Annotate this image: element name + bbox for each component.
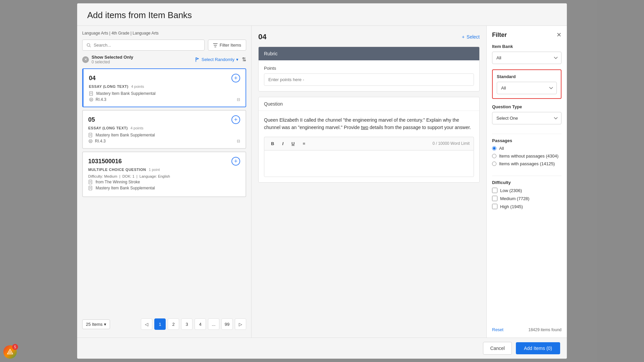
- plus-icon: +: [462, 34, 465, 40]
- standard-select[interactable]: All: [497, 82, 557, 94]
- difficulty-high-checkbox[interactable]: [492, 204, 497, 209]
- sort-button[interactable]: ⇅: [242, 56, 246, 63]
- passages-without-radio[interactable]: [492, 154, 496, 158]
- page-2-button[interactable]: 2: [168, 318, 179, 330]
- document-icon: [88, 180, 93, 184]
- items-list: 04 + ESSAY (LONG TEXT)4 points Mastery I…: [82, 68, 246, 312]
- clear-selected-button[interactable]: ✕: [82, 56, 89, 63]
- document-icon: [88, 186, 93, 190]
- question-type-select[interactable]: Select One: [492, 112, 561, 124]
- item-number: 04: [89, 75, 96, 82]
- item-card[interactable]: 04 + ESSAY (LONG TEXT)4 points Mastery I…: [82, 68, 246, 107]
- search-input[interactable]: [94, 43, 200, 48]
- print-icon[interactable]: ⊟: [237, 139, 240, 143]
- add-item-button[interactable]: +: [231, 157, 240, 166]
- middle-panel: 04 + Select Rubric Points Question: [252, 26, 486, 338]
- text-editor-area[interactable]: [264, 150, 474, 177]
- page-4-button[interactable]: 4: [195, 318, 206, 330]
- question-text: Queen Elizabeth II called the chunnel "t…: [264, 116, 474, 131]
- difficulty-medium-option[interactable]: Medium (7728): [492, 196, 561, 201]
- prev-page-button[interactable]: ◁: [141, 318, 152, 330]
- item-bank-row: Mastery Item Bank Supplemental: [88, 133, 240, 137]
- page-1-button[interactable]: 1: [154, 318, 166, 330]
- per-page-select[interactable]: 25 Items ▾: [82, 319, 110, 329]
- target-icon: [89, 97, 94, 102]
- chevron-down-icon: ▾: [236, 57, 238, 62]
- page-ellipsis: ...: [208, 318, 219, 330]
- passages-filter: Passages All Items without passages (430…: [492, 138, 561, 166]
- svg-point-10: [89, 139, 92, 143]
- add-item-button[interactable]: +: [231, 115, 240, 124]
- show-selected-left: ✕ Show Selected Only 0 selected: [82, 55, 133, 64]
- difficulty-label: Difficulty: [492, 180, 561, 185]
- show-selected-right: Select Randomly ▾ ⇅: [195, 56, 246, 63]
- underline-button[interactable]: U: [289, 140, 297, 147]
- filter-panel: Filter ✕ Item Bank All Standard All: [486, 26, 567, 338]
- item-bank-select[interactable]: All: [492, 52, 561, 64]
- item-card-header: 1031500016 +: [88, 157, 240, 166]
- filter-items-label: Filter Items: [220, 43, 241, 48]
- items-found: 18429 items found: [528, 327, 561, 332]
- left-panel-footer: 25 Items ▾ ◁ 1 2 3 4 ... 99 ▷: [82, 316, 246, 333]
- document-icon: [88, 133, 93, 137]
- cancel-button[interactable]: Cancel: [483, 342, 512, 355]
- item-card[interactable]: 1031500016 + MULTIPLE CHOICE QUESTION1 p…: [82, 152, 246, 197]
- item-bank-row: Mastery Item Bank Supplemental: [88, 186, 240, 190]
- select-randomly-button[interactable]: Select Randomly ▾: [195, 57, 238, 62]
- passages-radio-group: All Items without passages (4304) Items …: [492, 146, 561, 166]
- item-type: ESSAY (LONG TEXT)4 points: [88, 126, 240, 130]
- question-type-filter: Question Type Select One: [492, 104, 561, 124]
- italic-button[interactable]: I: [279, 140, 286, 147]
- question-section: Question Queen Elizabeth II called the c…: [258, 97, 480, 183]
- add-items-button[interactable]: Add Items (0): [516, 342, 560, 354]
- svg-rect-15: [89, 186, 92, 190]
- passages-all-radio[interactable]: [492, 146, 496, 150]
- modal-body: Language Arts | 4th Grade | Language Art…: [77, 26, 567, 338]
- next-page-button[interactable]: ▷: [235, 318, 246, 330]
- item-number: 05: [88, 116, 95, 123]
- page-3-button[interactable]: 3: [181, 318, 193, 330]
- divider: [492, 134, 561, 134]
- question-body: Queen Elizabeth II called the chunnel "t…: [259, 111, 479, 182]
- svg-point-11: [90, 140, 91, 142]
- difficulty-medium-checkbox[interactable]: [492, 196, 497, 201]
- modal-overlay: Add items from Item Banks Language Arts …: [0, 0, 644, 362]
- notification-badge: 5: [12, 344, 18, 350]
- item-bank-filter: Item Bank All: [492, 44, 561, 64]
- difficulty-low-option[interactable]: Low (2306): [492, 188, 561, 193]
- filter-bottom: Reset 18429 items found: [492, 323, 561, 332]
- close-filter-button[interactable]: ✕: [556, 31, 561, 39]
- reset-button[interactable]: Reset: [492, 327, 503, 332]
- item-card[interactable]: 05 + ESSAY (LONG TEXT)4 points Mastery I…: [82, 110, 246, 149]
- filter-items-button[interactable]: Filter Items: [208, 40, 246, 51]
- text-editor-toolbar: B I U ≡ 0 / 10000 Word Limit: [264, 137, 474, 150]
- item-difficulty: Difficulty: Medium | DOK: 1 | Language: …: [88, 174, 240, 178]
- standard-filter: Standard All: [492, 69, 561, 99]
- passages-with-radio[interactable]: [492, 162, 496, 166]
- logo-area: 5: [3, 345, 17, 359]
- list-button[interactable]: ≡: [300, 140, 308, 147]
- page-last-button[interactable]: 99: [221, 318, 233, 330]
- difficulty-low-checkbox[interactable]: [492, 188, 497, 193]
- passages-all-option[interactable]: All: [492, 146, 561, 151]
- divider: [492, 176, 561, 176]
- pagination: ◁ 1 2 3 4 ... 99 ▷: [141, 318, 246, 330]
- add-item-button[interactable]: +: [231, 74, 240, 82]
- points-input[interactable]: [264, 73, 474, 86]
- filter-header: Filter ✕: [492, 31, 561, 39]
- search-box[interactable]: [82, 40, 205, 51]
- print-icon[interactable]: ⊟: [237, 97, 240, 102]
- search-icon: [87, 43, 91, 48]
- filter-title: Filter: [492, 32, 507, 39]
- bold-button[interactable]: B: [268, 140, 277, 147]
- passages-without-option[interactable]: Items without passages (4304): [492, 154, 561, 159]
- difficulty-high-option[interactable]: High (1945): [492, 204, 561, 209]
- modal-footer: Cancel Add Items (0): [77, 338, 567, 359]
- select-label: Select: [467, 34, 480, 40]
- item-bank-row: Mastery Item Bank Supplemental: [89, 91, 240, 96]
- question-header: Question: [259, 97, 479, 111]
- search-filter-row: Filter Items: [82, 40, 246, 51]
- passages-with-option[interactable]: Items with passages (14125): [492, 161, 561, 166]
- select-button[interactable]: + Select: [462, 34, 480, 40]
- svg-point-6: [91, 99, 92, 100]
